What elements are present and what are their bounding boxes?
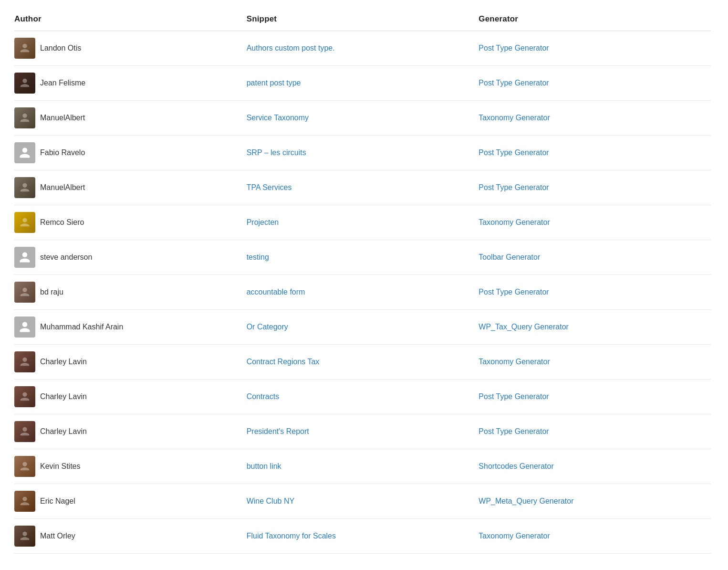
avatar [14,38,35,59]
author-cell: bd raju [14,282,247,303]
snippet-link[interactable]: Service Taxonomy [247,114,309,122]
snippet-cell[interactable]: Service Taxonomy [247,114,479,122]
generator-link[interactable]: Post Type Generator [478,79,549,87]
snippet-link[interactable]: SRP – les circuits [247,148,306,157]
snippet-cell[interactable]: patent post type [247,79,479,87]
header-generator: Generator [478,14,711,24]
generator-cell[interactable]: Shortcodes Generator [478,462,711,471]
author-name: bd raju [40,288,63,296]
generator-cell[interactable]: Post Type Generator [478,392,711,401]
snippet-link[interactable]: Contracts [247,392,279,401]
author-name: ManuelAlbert [40,114,85,122]
snippet-link[interactable]: testing [247,253,269,261]
generator-link[interactable]: Toolbar Generator [478,253,540,261]
generator-link[interactable]: Taxonomy Generator [478,114,550,122]
generator-link[interactable]: Post Type Generator [478,288,549,296]
snippet-cell[interactable]: Authors custom post type. [247,44,479,53]
generator-link[interactable]: Post Type Generator [478,392,549,401]
snippet-cell[interactable]: Wine Club NY [247,497,479,506]
generator-link[interactable]: Taxonomy Generator [478,218,550,226]
snippet-cell[interactable]: SRP – les circuits [247,148,479,157]
generator-link[interactable]: Taxonomy Generator [478,532,550,540]
author-cell: Charley Lavin [14,386,247,407]
generator-cell[interactable]: Post Type Generator [478,427,711,436]
snippet-cell[interactable]: Projecten [247,218,479,227]
snippet-cell[interactable]: TPA Services [247,183,479,192]
snippet-link[interactable]: President's Report [247,427,309,435]
generator-link[interactable]: WP_Meta_Query Generator [478,497,573,505]
snippet-cell[interactable]: accountable form [247,288,479,296]
author-cell: Matt Orley [14,526,247,547]
table-row: Landon Otis Authors custom post type. Po… [14,31,711,66]
author-cell: Eric Nagel [14,491,247,512]
generator-cell[interactable]: Taxonomy Generator [478,218,711,227]
snippet-cell[interactable]: Contracts [247,392,479,401]
avatar [14,456,35,477]
table-row: Charley Lavin Contract Regions Tax Taxon… [14,345,711,380]
table-row: Matt Orley Fluid Taxonomy for Scales Tax… [14,519,711,554]
author-cell: steve anderson [14,247,247,268]
generator-cell[interactable]: WP_Tax_Query Generator [478,323,711,331]
snippet-link[interactable]: Wine Club NY [247,497,294,505]
generator-cell[interactable]: WP_Meta_Query Generator [478,497,711,506]
avatar [14,491,35,512]
generator-link[interactable]: Post Type Generator [478,148,549,157]
author-cell: ManuelAlbert [14,107,247,128]
generator-link[interactable]: WP_Tax_Query Generator [478,323,569,331]
generator-cell[interactable]: Taxonomy Generator [478,532,711,540]
avatar [14,317,35,338]
generator-cell[interactable]: Post Type Generator [478,79,711,87]
snippet-link[interactable]: Or Category [247,323,288,331]
generator-link[interactable]: Post Type Generator [478,183,549,191]
snippet-link[interactable]: Projecten [247,218,279,226]
generator-cell[interactable]: Taxonomy Generator [478,114,711,122]
author-cell: Landon Otis [14,38,247,59]
author-name: steve anderson [40,253,92,262]
author-cell: ManuelAlbert [14,177,247,198]
table-row: Muhammad Kashif Arain Or Category WP_Tax… [14,310,711,345]
table-row: Charley Lavin Contracts Post Type Genera… [14,380,711,414]
author-cell: Remco Siero [14,212,247,233]
avatar [14,282,35,303]
snippet-cell[interactable]: Fluid Taxonomy for Scales [247,532,479,540]
snippet-cell[interactable]: President's Report [247,427,479,436]
avatar [14,73,35,94]
snippet-link[interactable]: patent post type [247,79,301,87]
snippet-link[interactable]: button link [247,462,281,470]
generator-cell[interactable]: Toolbar Generator [478,253,711,262]
generator-cell[interactable]: Post Type Generator [478,183,711,192]
snippet-cell[interactable]: Contract Regions Tax [247,358,479,366]
avatar [14,421,35,442]
generator-link[interactable]: Taxonomy Generator [478,358,550,366]
author-cell: Charley Lavin [14,421,247,442]
snippet-cell[interactable]: testing [247,253,479,262]
author-name: ManuelAlbert [40,183,85,192]
snippet-link[interactable]: Authors custom post type. [247,44,335,52]
snippet-link[interactable]: TPA Services [247,183,292,191]
generator-link[interactable]: Post Type Generator [478,427,549,435]
author-cell: Charley Lavin [14,351,247,372]
author-name: Jean Felisme [40,79,85,87]
snippet-cell[interactable]: Or Category [247,323,479,331]
header-snippet: Snippet [247,14,479,24]
avatar [14,142,35,163]
author-name: Muhammad Kashif Arain [40,323,123,331]
avatar [14,177,35,198]
generator-link[interactable]: Shortcodes Generator [478,462,553,470]
generator-link[interactable]: Post Type Generator [478,44,549,52]
author-name: Matt Orley [40,532,75,540]
author-name: Landon Otis [40,44,81,53]
snippet-link[interactable]: Contract Regions Tax [247,358,320,366]
author-cell: Jean Felisme [14,73,247,94]
table-row: ManuelAlbert Service Taxonomy Taxonomy G… [14,101,711,136]
author-name: Eric Nagel [40,497,75,506]
author-cell: Kevin Stites [14,456,247,477]
snippet-cell[interactable]: button link [247,462,479,471]
generator-cell[interactable]: Post Type Generator [478,148,711,157]
table-row: Kevin Stites button link Shortcodes Gene… [14,449,711,484]
snippet-link[interactable]: Fluid Taxonomy for Scales [247,532,336,540]
generator-cell[interactable]: Post Type Generator [478,288,711,296]
generator-cell[interactable]: Taxonomy Generator [478,358,711,366]
generator-cell[interactable]: Post Type Generator [478,44,711,53]
snippet-link[interactable]: accountable form [247,288,305,296]
